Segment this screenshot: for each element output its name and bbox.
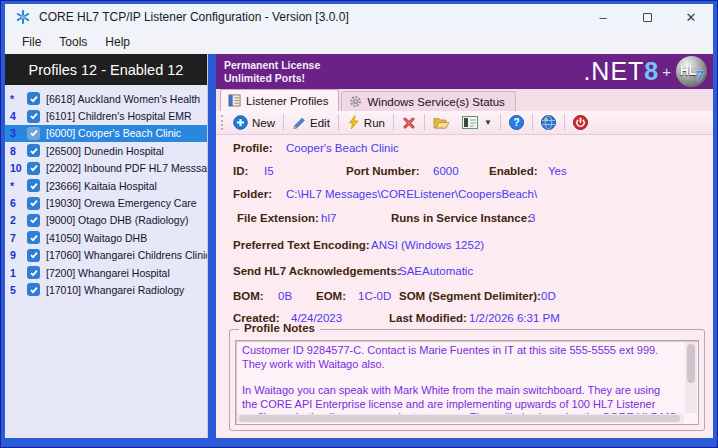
help-button[interactable]: ? <box>503 113 530 132</box>
scrollbar-thumb[interactable] <box>687 344 695 383</box>
chevron-down-icon: ▼ <box>484 118 492 127</box>
notebook-icon <box>228 94 241 107</box>
app-icon <box>15 9 31 25</box>
instance-number: 4 <box>10 110 27 122</box>
enabled-checkbox[interactable] <box>27 266 40 279</box>
enabled-checkbox[interactable] <box>27 110 40 123</box>
tab-strip: Listener Profiles Windows Service(s) Sta… <box>216 89 713 111</box>
enabled-checkbox[interactable] <box>27 197 40 210</box>
open-folder-button[interactable] <box>427 114 456 132</box>
enabled-checkbox[interactable] <box>27 127 40 140</box>
instance-number: 5 <box>10 284 27 296</box>
license-line1: Permanent License <box>224 59 320 72</box>
edit-button[interactable]: Edit <box>286 114 336 132</box>
close-button[interactable]: ✕ <box>669 4 713 30</box>
extension-value: hl7 <box>321 212 336 224</box>
separator <box>424 114 425 131</box>
profile-details: Profile: Cooper's Beach Clinic ID: I5 Po… <box>216 135 713 438</box>
profile-label: [17010] Whangarei Radiology <box>46 284 184 296</box>
console-dropdown-button[interactable]: ▼ <box>456 114 498 131</box>
new-button[interactable]: New <box>227 113 281 132</box>
enabled-checkbox[interactable] <box>27 214 40 227</box>
list-item[interactable]: 2 [9000] Otago DHB (Radiology) <box>5 212 207 229</box>
bom-label: BOM: <box>233 290 264 302</box>
web-button[interactable] <box>535 113 562 132</box>
profile-notes-textbox[interactable]: Customer ID 9284577-C. Contact is Marie … <box>235 340 699 425</box>
instance-number: 1 <box>10 267 27 279</box>
ack-label: Send HL7 Acknowledgements: <box>233 265 401 277</box>
port-label: Port Number: <box>346 165 419 177</box>
svg-text:?: ? <box>513 117 519 128</box>
add-icon <box>233 115 248 130</box>
list-item[interactable]: 6 [19030] Orewa Emergency Care <box>5 194 207 211</box>
instance-number: 3 <box>10 127 27 139</box>
bom-value: 0B <box>278 290 292 302</box>
separator <box>564 114 565 131</box>
som-label: SOM (Segment Delimiter): <box>399 290 541 302</box>
title-bar: CORE HL7 TCP/IP Listener Configuration -… <box>5 4 713 30</box>
exit-button[interactable] <box>567 113 594 132</box>
list-item[interactable]: 4 [6101] Children's Hospital EMR <box>5 107 207 124</box>
folder-value: C:\HL7 Messages\COREListener\CoopersBeac… <box>286 188 537 200</box>
tab-label: Windows Service(s) Status <box>367 96 504 108</box>
profile-label: [6000] Cooper's Beach Clinic <box>46 127 181 139</box>
enabled-checkbox[interactable] <box>27 179 40 192</box>
scrollbar-thumb[interactable] <box>239 415 680 422</box>
maximize-button[interactable] <box>625 4 669 30</box>
delete-x-icon <box>402 116 416 130</box>
list-item[interactable]: * [23666] Kaitaia Hospital <box>5 177 207 194</box>
vertical-scrollbar[interactable] <box>685 342 697 413</box>
list-item[interactable]: 9 [17060] Whangarei Childrens Clinic <box>5 247 207 264</box>
instance-number: 8 <box>10 145 27 157</box>
enabled-checkbox[interactable] <box>27 231 40 244</box>
minimize-button[interactable]: – <box>581 4 625 30</box>
separator <box>283 114 284 131</box>
profile-notes-groupbox: Profile Notes Customer ID 9284577-C. Con… <box>229 329 705 431</box>
horizontal-scrollbar[interactable] <box>237 414 684 423</box>
list-item[interactable]: 1 [7200] Whangarei Hospital <box>5 264 207 281</box>
list-item[interactable]: * [6618] Auckland Women's Health <box>5 90 207 107</box>
profile-label: [26500] Dunedin Hospital <box>46 145 164 157</box>
enabled-checkbox[interactable] <box>27 92 40 105</box>
enabled-checkbox[interactable] <box>27 249 40 262</box>
list-item[interactable]: 7 [41050] Waitago DHB <box>5 229 207 246</box>
delete-button[interactable] <box>396 114 422 132</box>
som-value: 0D <box>541 290 556 302</box>
license-line2: Unlimited Ports! <box>224 72 320 85</box>
menu-file[interactable]: File <box>13 32 50 52</box>
globe-icon <box>541 115 556 130</box>
enabled-checkbox[interactable] <box>27 144 40 157</box>
list-item[interactable]: 8 [26500] Dunedin Hospital <box>5 142 207 159</box>
profile-label: [23666] Kaitaia Hospital <box>46 180 157 192</box>
list-item[interactable]: 5 [17010] Whangarei Radiology <box>5 281 207 298</box>
menu-tools[interactable]: Tools <box>50 32 96 52</box>
profiles-list: * [6618] Auckland Women's Health 4 [6101… <box>5 85 207 299</box>
dotnet-logo: .NET <box>583 57 644 86</box>
toolbar-grip[interactable] <box>221 115 223 130</box>
service-instance-label: Runs in Service Instance: <box>391 212 531 224</box>
encoding-value: ANSI (Windows 1252) <box>371 239 484 251</box>
profile-notes-title: Profile Notes <box>239 322 320 334</box>
profiles-header: Profiles 12 - Enabled 12 <box>5 54 207 85</box>
hl7-logo: HL 7 <box>676 56 707 87</box>
tab-listener-profiles[interactable]: Listener Profiles <box>220 89 339 111</box>
menu-help[interactable]: Help <box>96 32 139 52</box>
enabled-checkbox[interactable] <box>27 162 40 175</box>
instance-number: * <box>10 180 27 192</box>
enabled-checkbox[interactable] <box>27 283 40 296</box>
profile-label: [17060] Whangarei Childrens Clinic <box>46 249 207 261</box>
instance-number: 9 <box>10 249 27 261</box>
tab-windows-services[interactable]: Windows Service(s) Status <box>341 91 515 111</box>
instance-number: 10 <box>10 162 27 174</box>
folder-icon <box>433 116 450 130</box>
enabled-label: Enabled: <box>489 165 538 177</box>
list-item[interactable]: 10 [22002] Inbound PDF HL7 Messsages <box>5 160 207 177</box>
profiles-sidebar: Profiles 12 - Enabled 12 * [6618] Auckla… <box>5 54 208 438</box>
run-button[interactable]: Run <box>341 113 391 132</box>
instance-number: * <box>10 93 27 105</box>
enabled-value: Yes <box>548 165 567 177</box>
list-item-selected[interactable]: 3 [6000] Cooper's Beach Clinic <box>5 125 207 142</box>
window-title: CORE HL7 TCP/IP Listener Configuration -… <box>39 10 349 24</box>
license-banner: Permanent License Unlimited Ports! .NET … <box>216 54 713 89</box>
separator <box>338 114 339 131</box>
